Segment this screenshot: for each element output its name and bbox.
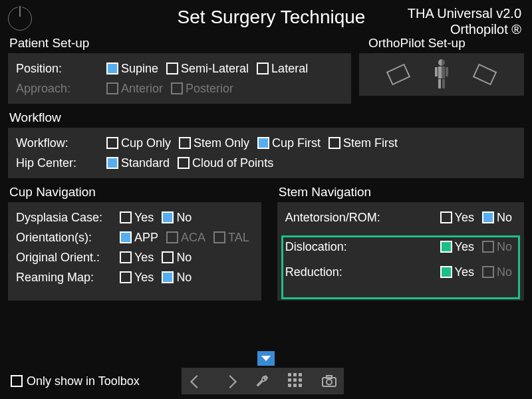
- position-supine[interactable]: Supine: [106, 62, 158, 76]
- dysplasia-label: Dysplasia Case:: [16, 211, 116, 225]
- position-semi-lateral[interactable]: Semi-Lateral: [166, 62, 249, 76]
- orig-orient-no[interactable]: No: [162, 251, 192, 265]
- hip-cloud[interactable]: Cloud of Points: [178, 156, 273, 170]
- position-label: Position:: [16, 62, 102, 76]
- orientations-label: Orientation(s):: [16, 231, 116, 245]
- workflow-cup-first[interactable]: Cup First: [257, 136, 321, 150]
- screen: Set Surgery Technique THA Universal v2.0…: [0, 0, 532, 399]
- position-lateral[interactable]: Lateral: [257, 62, 308, 76]
- hip-standard[interactable]: Standard: [106, 156, 170, 170]
- antetorsion-yes[interactable]: Yes: [440, 211, 474, 225]
- tracker-left-icon: [386, 64, 410, 86]
- svg-rect-4: [435, 67, 438, 76]
- workflow-stem-first[interactable]: Stem First: [329, 136, 398, 150]
- reaming-yes[interactable]: Yes: [120, 271, 154, 285]
- reaming-no[interactable]: No: [162, 271, 192, 285]
- antetorsion-no[interactable]: No: [482, 211, 512, 225]
- workflow-row-label: Workflow:: [16, 136, 102, 150]
- workflow-cup-only[interactable]: Cup Only: [106, 136, 171, 150]
- cup-nav-panel: Dysplasia Case: Yes No Orientation(s): A…: [8, 202, 261, 301]
- orthopilot-setup-panel[interactable]: [359, 53, 524, 96]
- top-bar: Set Surgery Technique THA Universal v2.0…: [0, 0, 532, 35]
- brand-line2: Orthopilot ®: [408, 21, 521, 37]
- orient-tal: TAL: [213, 231, 249, 245]
- patient-setup-panel: Position: Supine Semi-Lateral Lateral Ap…: [8, 53, 351, 104]
- orient-app[interactable]: APP: [120, 231, 158, 245]
- orthopilot-setup-label: OrthoPilot Set-up: [359, 35, 532, 53]
- body-figure-icon: [435, 61, 448, 88]
- tracker-right-icon: [473, 64, 497, 86]
- stem-nav-panel: Antetorsion/ROM: Yes No Dislocation: Yes…: [277, 202, 524, 301]
- camera-icon[interactable]: [321, 373, 337, 389]
- dysplasia-yes[interactable]: Yes: [120, 211, 154, 225]
- prev-icon[interactable]: [188, 373, 204, 389]
- approach-anterior: Anterior: [106, 82, 163, 96]
- orient-aca: ACA: [166, 231, 205, 245]
- power-icon[interactable]: [8, 7, 32, 31]
- svg-rect-6: [442, 59, 451, 90]
- highlight-box: [281, 235, 520, 299]
- antetorsion-label: Antetorsion/ROM:: [285, 211, 436, 225]
- reaming-label: Reaming Map:: [16, 271, 116, 285]
- cup-nav-label: Cup Navigation: [0, 184, 269, 202]
- next-icon[interactable]: [221, 373, 237, 389]
- grid-icon[interactable]: [288, 373, 304, 389]
- orig-orient-label: Original Orient.:: [16, 251, 116, 265]
- bottom-bar: Only show in Toolbox: [0, 363, 532, 399]
- svg-point-8: [327, 380, 332, 385]
- workflow-label: Workflow: [0, 109, 532, 128]
- patient-setup-label: Patient Set-up: [0, 35, 359, 53]
- stem-nav-label: Stem Navigation: [269, 184, 532, 202]
- approach-label: Approach:: [16, 82, 102, 96]
- toolbar: [182, 368, 344, 394]
- workflow-panel: Workflow: Cup Only Stem Only Cup First S…: [8, 128, 524, 178]
- approach-posterior: Posterior: [171, 82, 233, 96]
- brand-block: THA Universal v2.0 Orthopilot ®: [408, 5, 521, 37]
- dysplasia-no[interactable]: No: [162, 211, 192, 225]
- brand-line1: THA Universal v2.0: [408, 5, 521, 21]
- wrench-icon[interactable]: [255, 373, 271, 389]
- workflow-stem-only[interactable]: Stem Only: [179, 136, 249, 150]
- hip-center-label: Hip Center:: [16, 156, 102, 170]
- orig-orient-yes[interactable]: Yes: [120, 251, 154, 265]
- only-show-toolbox[interactable]: Only show in Toolbox: [11, 374, 140, 388]
- svg-rect-2: [438, 79, 441, 88]
